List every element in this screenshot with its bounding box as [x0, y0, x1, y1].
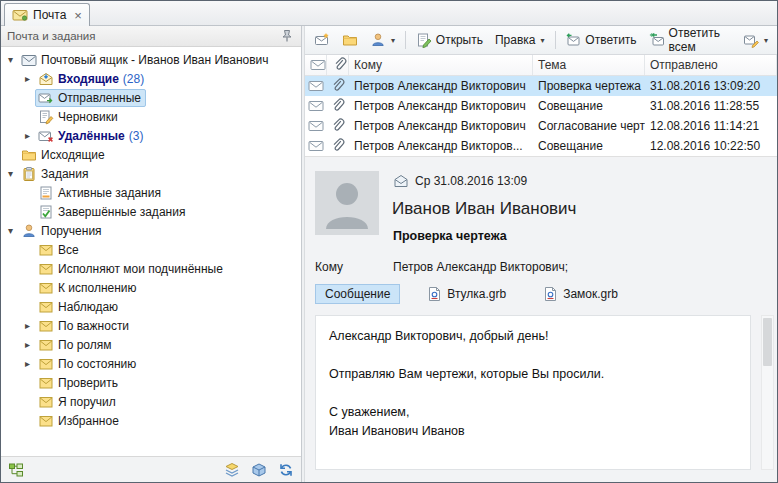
tree-button[interactable] [8, 462, 24, 478]
pin-icon[interactable] [279, 28, 295, 44]
tree-item[interactable]: ▾Поручения [1, 221, 301, 240]
tree-item-label-box[interactable]: Черновики [35, 108, 123, 126]
mail-row[interactable]: Петров Александр ВикторовичСовещание31.0… [305, 96, 777, 116]
tree-item-label-box[interactable]: По ролям [35, 336, 116, 354]
tree-item[interactable]: ▸Входящие(28) [1, 69, 301, 88]
column-header-icon-1[interactable] [327, 55, 349, 75]
reply-all-button[interactable]: Ответить всем [644, 29, 734, 52]
tree-item[interactable]: ▸По ролям [1, 335, 301, 354]
tree-item-label-box[interactable]: К исполнению [35, 279, 142, 297]
attachment-doc-icon [426, 286, 442, 302]
tree-item-label-box[interactable]: Все [35, 241, 84, 259]
tree-item-label-box[interactable]: Наблюдаю [35, 298, 123, 316]
mail-row-subject: Совещание [533, 136, 645, 156]
tree-item-label-box[interactable]: По состоянию [35, 355, 141, 373]
column-header-3[interactable]: Тема [533, 55, 645, 75]
tree-item[interactable]: ▾Задания [1, 164, 301, 183]
tree-item-label-box[interactable]: Удалённые(3) [35, 127, 148, 145]
new-mail-button[interactable] [309, 29, 335, 52]
tree-item-label: Наблюдаю [58, 300, 118, 314]
tree-item-label-box[interactable]: Активные задания [35, 184, 166, 202]
layers-icon [224, 462, 240, 478]
tree-item[interactable]: К исполнению [1, 278, 301, 297]
tree-item-label-box[interactable]: Отправленные [35, 89, 146, 107]
tab-mail[interactable]: Почта × [4, 3, 90, 26]
expander-expanded-icon[interactable]: ▾ [3, 221, 18, 240]
tree-item[interactable]: Завершённые задания [1, 202, 301, 221]
column-header-4[interactable]: Отправлено [645, 55, 777, 75]
tree-item-label-box[interactable]: Почтовый ящик - Иванов Иван Иванович [18, 51, 274, 69]
expander-collapsed-icon[interactable]: ▸ [20, 316, 35, 335]
column-header-2[interactable]: Кому [349, 55, 533, 75]
tree-item[interactable]: Исходящие [1, 145, 301, 164]
sidebar-footer [1, 456, 301, 482]
mail-options-button[interactable]: ▾ [738, 29, 773, 52]
paperclip-icon [330, 138, 346, 154]
column-label: Кому [354, 58, 382, 72]
mail-row-sent: 31.08.2016 11:28:55 [645, 96, 777, 116]
expander-collapsed-icon[interactable]: ▸ [20, 354, 35, 373]
tree-item[interactable]: Избранное [1, 411, 301, 430]
expander-collapsed-icon[interactable]: ▸ [20, 335, 35, 354]
open-button[interactable]: Открыть [411, 29, 488, 52]
tree-item-label-box[interactable]: Исходящие [18, 146, 110, 164]
tree-item-label-box[interactable]: Задания [18, 165, 93, 183]
tree-item[interactable]: ▸По важности [1, 316, 301, 335]
tree-item-label-box[interactable]: Исполняют мои подчинённые [35, 260, 228, 278]
tree-item[interactable]: ▸По состоянию [1, 354, 301, 373]
tab-message-body[interactable]: Сообщение [315, 284, 400, 304]
tab-bar: Почта × [1, 1, 777, 26]
tree-item-label-box[interactable]: Я поручил [35, 393, 121, 411]
tree-item[interactable]: Наблюдаю [1, 297, 301, 316]
tab-close-icon[interactable]: × [74, 9, 82, 22]
tree-item-label-box[interactable]: Завершённые задания [35, 203, 190, 221]
attachment-chip-2[interactable]: Замок.grb [532, 283, 628, 305]
tree-item-label-box[interactable]: Проверить [35, 374, 123, 392]
env-icon [308, 78, 324, 94]
tree-item[interactable]: ▸Удалённые(3) [1, 126, 301, 145]
folder-icon [342, 32, 358, 48]
tree-item[interactable]: Я поручил [1, 392, 301, 411]
column-header-icon-0[interactable] [305, 55, 327, 75]
layers-button[interactable] [224, 462, 240, 478]
scrollbar-thumb[interactable] [763, 318, 772, 366]
mail-row-sent: 12.08.2016 11:14:21 [645, 116, 777, 136]
tree-item-label: Почтовый ящик - Иванов Иван Иванович [41, 53, 269, 67]
tree-item[interactable]: Проверить [1, 373, 301, 392]
tree-item-label-box[interactable]: Избранное [35, 412, 124, 430]
mail-row[interactable]: Петров Александр Викторов...Совещание12.… [305, 136, 777, 156]
contacts-button[interactable]: ▾ [365, 29, 400, 52]
reply-button[interactable]: Ответить [560, 29, 641, 52]
edit-button[interactable]: Правка▾ [490, 29, 550, 52]
expander-expanded-icon[interactable]: ▾ [3, 164, 18, 183]
reply-label: Ответить [585, 33, 636, 47]
mail-row[interactable]: Петров Александр ВикторовичСогласование … [305, 116, 777, 136]
attachment-chip-1[interactable]: Втулка.grb [416, 283, 516, 305]
tree-item[interactable]: Отправленные [1, 88, 301, 107]
tree-item[interactable]: Активные задания [1, 183, 301, 202]
folders-button[interactable] [337, 29, 363, 52]
tree-item-label: Проверить [58, 376, 118, 390]
folder-icon [21, 147, 37, 163]
tab-label: Сообщение [325, 287, 390, 301]
mail-row[interactable]: Петров Александр ВикторовичПроверка черт… [305, 76, 777, 96]
tree-item[interactable]: Черновики [1, 107, 301, 126]
refresh-button[interactable] [278, 462, 294, 478]
tree-item[interactable]: Все [1, 240, 301, 259]
expander-expanded-icon[interactable]: ▾ [3, 50, 18, 69]
mail-row-attachment-cell [327, 116, 349, 136]
mail-list-rows: Петров Александр ВикторовичПроверка черт… [305, 76, 777, 156]
tree-item-label-box[interactable]: Входящие(28) [35, 70, 149, 88]
preview-scrollbar[interactable] [761, 315, 774, 470]
expander-collapsed-icon[interactable]: ▸ [20, 69, 35, 88]
tree-item[interactable]: Исполняют мои подчинённые [1, 259, 301, 278]
tree-item-label-box[interactable]: Поручения [18, 222, 107, 240]
dropdown-caret-icon: ▾ [391, 36, 395, 45]
tree-item-label-box[interactable]: По важности [35, 317, 134, 335]
expander-collapsed-icon[interactable]: ▸ [20, 126, 35, 145]
unread-count: (3) [129, 129, 144, 143]
package-button[interactable] [251, 462, 267, 478]
tree-item[interactable]: ▾Почтовый ящик - Иванов Иван Иванович [1, 50, 301, 69]
mailbox-icon [21, 52, 37, 68]
env-icon [308, 118, 324, 134]
